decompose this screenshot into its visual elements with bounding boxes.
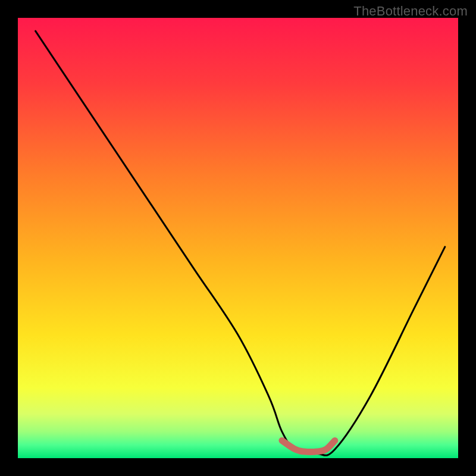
watermark-text: TheBottleneck.com	[353, 4, 468, 19]
bottleneck-chart: TheBottleneck.com	[0, 0, 476, 476]
plot-background	[18, 18, 458, 458]
chart-svg	[0, 0, 476, 476]
